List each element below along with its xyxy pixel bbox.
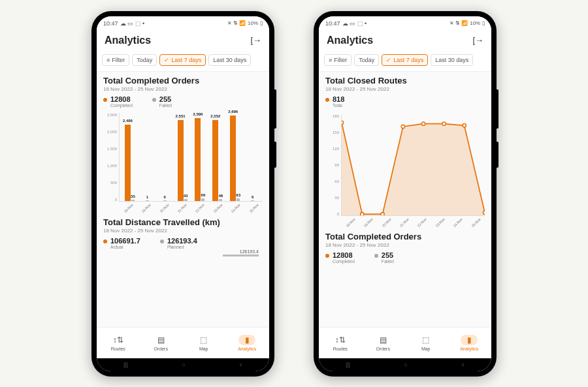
orders-icon: ▤	[374, 335, 391, 345]
failed-value: 255	[159, 96, 172, 103]
completed-value2: 12808	[333, 252, 355, 259]
total-value: 818	[333, 96, 344, 103]
nav-orders[interactable]: ▤ Orders	[374, 335, 391, 351]
legend-failed: 255 Failed	[152, 96, 172, 108]
status-bar: 10:47 ☁ ▭ ⬚ • ✕ ⇅ 📶 10% ▯	[319, 16, 491, 31]
dot-icon-orange	[325, 254, 329, 258]
status-battery-text: 10%	[248, 20, 258, 26]
logout-icon[interactable]: [→	[250, 35, 261, 45]
total-label: Total	[333, 103, 344, 108]
android-softkeys: ||| ○ <	[97, 358, 269, 371]
section-date-orders: 18 Nov 2022 - 25 Nov 2022	[103, 86, 263, 92]
planned-bar-preview	[223, 255, 259, 256]
status-icons-left: ☁ ▭ ⬚ •	[342, 20, 367, 27]
nav-routes[interactable]: ↕⇅ Routes	[332, 335, 349, 351]
analytics-icon: ▮	[461, 335, 478, 345]
nav-analytics[interactable]: ▮ Analytics	[238, 335, 256, 351]
check-icon: ✓	[386, 57, 391, 63]
logout-icon[interactable]: [→	[472, 35, 483, 45]
section-title-routes: Total Closed Routes	[325, 76, 485, 85]
back-icon[interactable]: <	[461, 362, 464, 368]
routes-icon: ↕⇅	[110, 335, 127, 345]
section-date-distance: 18 Nov 2022 - 25 Nov 2022	[103, 228, 263, 234]
status-icons-left: ☁ ▭ ⬚ •	[120, 20, 145, 27]
area-chart-routes: 1801501209060300 18 Nov19 Nov20 Nov21 No…	[325, 114, 485, 225]
chip-today[interactable]: Today	[354, 54, 379, 66]
svg-point-5	[442, 121, 446, 125]
nav-analytics[interactable]: ▮ Analytics	[460, 335, 478, 351]
recent-apps-icon[interactable]: |||	[123, 362, 128, 368]
planned-label: Planned	[167, 245, 197, 249]
nav-routes[interactable]: ↕⇅ Routes	[110, 335, 127, 351]
filter-button[interactable]: ≡ Filter	[324, 54, 351, 66]
status-battery-text: 10%	[470, 20, 480, 26]
phone-frame-1: 10:47 ☁ ▭ ⬚ • ✕ ⇅ 📶 10% ▯ Analytics [→ ≡…	[91, 11, 274, 377]
chip-last7[interactable]: ✓ Last 7 days	[159, 54, 206, 66]
bottom-nav: ↕⇅ Routes ▤ Orders ⬚ Map ▮ Analytics	[97, 327, 269, 358]
section-date-routes: 18 Nov 2022 - 25 Nov 2022	[325, 86, 485, 92]
filter-icon: ≡	[106, 57, 110, 63]
dot-icon-grey	[152, 98, 156, 102]
svg-point-0	[342, 121, 344, 124]
svg-point-6	[463, 123, 466, 127]
svg-point-2	[381, 212, 384, 215]
status-bar: 10:47 ☁ ▭ ⬚ • ✕ ⇅ 📶 10% ▯	[97, 16, 269, 31]
back-icon[interactable]: <	[239, 362, 242, 368]
home-icon[interactable]: ○	[404, 362, 407, 368]
filter-label: Filter	[334, 57, 347, 63]
bar-chart-orders: 2,5002,0001,5001,0005000 2,40635102,5514…	[103, 113, 263, 211]
nav-map[interactable]: ⬚ Map	[195, 335, 212, 351]
dot-icon-orange	[325, 98, 329, 102]
filter-button[interactable]: ≡ Filter	[102, 54, 129, 66]
nav-analytics-label: Analytics	[460, 347, 478, 351]
nav-map-label: Map	[199, 347, 208, 351]
completed-value: 12808	[110, 96, 133, 103]
failed-label: Failed	[159, 103, 172, 108]
status-time: 10:47	[103, 20, 118, 27]
map-icon: ⬚	[195, 335, 212, 345]
planned-value: 126193.4	[167, 238, 197, 245]
status-icons-right: ✕ ⇅ 📶	[227, 20, 246, 26]
filter-label: Filter	[112, 57, 125, 63]
completed-label2: Completed	[333, 259, 355, 264]
actual-value: 106691.7	[110, 238, 140, 245]
routes-icon: ↕⇅	[332, 335, 349, 345]
dot-icon-orange	[103, 240, 107, 243]
legend-planned: 126193.4 Planned	[160, 238, 197, 249]
home-icon[interactable]: ○	[182, 362, 185, 368]
page-title: Analytics	[327, 35, 373, 46]
recent-apps-icon[interactable]: |||	[346, 362, 350, 368]
page-title: Analytics	[105, 35, 151, 46]
status-time: 10:47	[325, 20, 340, 27]
orders-icon: ▤	[152, 335, 169, 345]
section-title-orders2: Total Completed Orders	[325, 232, 485, 241]
chip-today[interactable]: Today	[132, 54, 157, 66]
bottom-nav: ↕⇅ Routes ▤ Orders ⬚ Map ▮ Analytics	[319, 327, 491, 358]
svg-point-3	[401, 125, 404, 128]
nav-analytics-label: Analytics	[238, 347, 256, 351]
svg-point-1	[361, 212, 364, 215]
filter-icon: ≡	[329, 57, 332, 63]
battery-icon: ▯	[482, 20, 485, 26]
nav-routes-label: Routes	[111, 347, 125, 351]
nav-orders[interactable]: ▤ Orders	[152, 335, 169, 351]
section-date-orders2: 18 Nov 2022 - 25 Nov 2022	[325, 242, 485, 248]
legend-completed2: 12808 Completed	[325, 252, 355, 264]
nav-map-label: Map	[421, 347, 431, 351]
nav-map[interactable]: ⬚ Map	[417, 335, 434, 351]
completed-label: Completed	[110, 103, 133, 108]
section-title-orders: Total Completed Orders	[103, 76, 263, 85]
failed-value2: 255	[382, 252, 394, 259]
phone-frame-2: 10:47 ☁ ▭ ⬚ • ✕ ⇅ 📶 10% ▯ Analytics [→ ≡…	[314, 11, 497, 377]
map-icon: ⬚	[417, 335, 434, 345]
chip-last7-label: Last 7 days	[393, 57, 423, 63]
filter-row: ≡ Filter Today ✓ Last 7 days Last 30 day…	[97, 52, 269, 72]
status-icons-right: ✕ ⇅ 📶	[449, 20, 468, 26]
chip-last7[interactable]: ✓ Last 7 days	[382, 54, 428, 66]
android-softkeys: ||| ○ <	[319, 358, 491, 371]
chip-last30[interactable]: Last 30 days	[431, 54, 473, 66]
chip-last7-label: Last 7 days	[171, 57, 201, 63]
actual-label: Actual	[110, 245, 140, 249]
filter-row: ≡ Filter Today ✓ Last 7 days Last 30 day…	[319, 52, 491, 72]
chip-last30[interactable]: Last 30 days	[208, 54, 251, 66]
